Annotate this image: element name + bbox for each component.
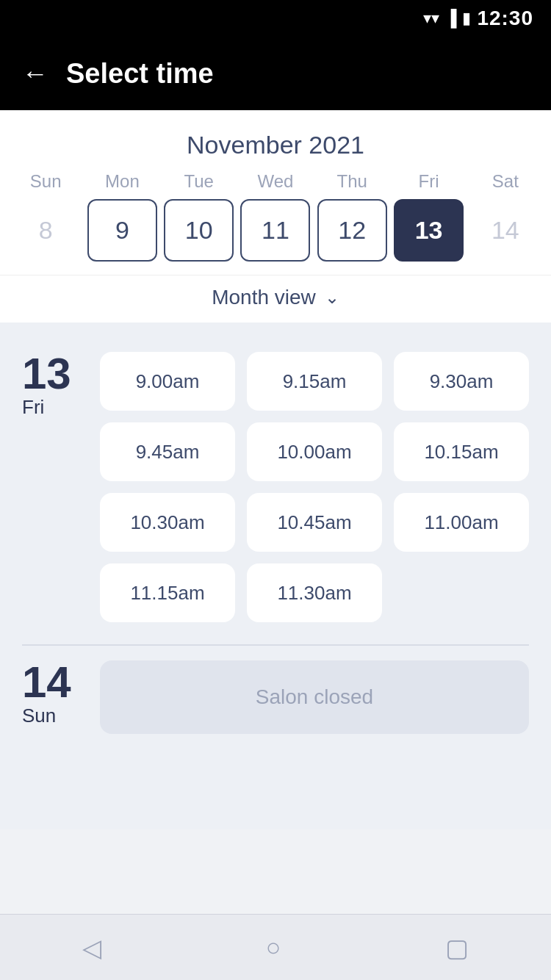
signal-icon: ▐ xyxy=(445,9,457,28)
day-label-14: 14 Sun xyxy=(22,660,88,727)
calendar-section: November 2021 Sun Mon Tue Wed Thu Fri Sa… xyxy=(0,110,551,323)
time-slot-1045[interactable]: 10.45am xyxy=(247,493,382,552)
time-slot-930[interactable]: 9.30am xyxy=(394,352,529,411)
date-cell-9[interactable]: 9 xyxy=(87,199,157,262)
day-content-13: 13 Fri 9.00am 9.15am 9.30am 9.45am 10.00… xyxy=(22,352,529,622)
day-block-14: 14 Sun Salon closed xyxy=(22,646,529,756)
day-number-14: 14 xyxy=(22,660,88,705)
status-time: 12:30 xyxy=(477,7,533,30)
time-slot-900[interactable]: 9.00am xyxy=(100,352,235,411)
time-slot-1100[interactable]: 11.00am xyxy=(394,493,529,552)
header: ← Select time xyxy=(0,37,551,110)
weekday-sat: Sat xyxy=(470,171,540,192)
weekdays-row: Sun Mon Tue Wed Thu Fri Sat xyxy=(0,171,551,199)
time-slot-1130[interactable]: 11.30am xyxy=(247,563,382,622)
weekday-wed: Wed xyxy=(240,171,310,192)
time-slot-1030[interactable]: 10.30am xyxy=(100,493,235,552)
time-slot-1115[interactable]: 11.15am xyxy=(100,563,235,622)
day-block-13: 13 Fri 9.00am 9.15am 9.30am 9.45am 10.00… xyxy=(22,337,529,644)
date-cell-8[interactable]: 8 xyxy=(11,199,81,262)
month-view-row[interactable]: Month view ⌄ xyxy=(0,275,551,323)
weekday-thu: Thu xyxy=(317,171,387,192)
month-title: November 2021 xyxy=(0,110,551,171)
status-bar: ▾▾ ▐ ▮ 12:30 xyxy=(0,0,551,37)
wifi-icon: ▾▾ xyxy=(423,9,439,28)
day-label-13: 13 Fri xyxy=(22,352,88,419)
time-slot-945[interactable]: 9.45am xyxy=(100,422,235,481)
nav-back-icon[interactable]: ◁ xyxy=(82,933,101,962)
time-slot-1000[interactable]: 10.00am xyxy=(247,422,382,481)
weekday-tue: Tue xyxy=(164,171,234,192)
date-cell-11[interactable]: 11 xyxy=(240,199,310,262)
nav-recent-icon[interactable]: ▢ xyxy=(445,933,469,962)
day-name-14: Sun xyxy=(22,705,88,727)
salon-closed-box: Salon closed xyxy=(100,660,529,734)
time-slots-grid-13: 9.00am 9.15am 9.30am 9.45am 10.00am 10.1… xyxy=(100,352,529,622)
weekday-mon: Mon xyxy=(87,171,157,192)
weekday-sun: Sun xyxy=(11,171,81,192)
date-cell-14[interactable]: 14 xyxy=(470,199,540,262)
page-title: Select time xyxy=(66,58,214,90)
date-cell-13[interactable]: 13 xyxy=(394,199,464,262)
day-number-13: 13 xyxy=(22,352,88,396)
dates-row: 8 9 10 11 12 13 14 xyxy=(0,199,551,275)
time-slot-915[interactable]: 9.15am xyxy=(247,352,382,411)
time-slot-1015[interactable]: 10.15am xyxy=(394,422,529,481)
status-icons: ▾▾ ▐ ▮ 12:30 xyxy=(423,7,533,30)
chevron-down-icon: ⌄ xyxy=(325,287,339,308)
bottom-nav: ◁ ○ ▢ xyxy=(0,914,551,980)
date-cell-12[interactable]: 12 xyxy=(317,199,387,262)
date-cell-10[interactable]: 10 xyxy=(164,199,234,262)
time-section: 13 Fri 9.00am 9.15am 9.30am 9.45am 10.00… xyxy=(0,323,551,829)
month-view-label: Month view xyxy=(212,286,316,309)
back-button[interactable]: ← xyxy=(22,58,48,89)
nav-home-icon[interactable]: ○ xyxy=(266,933,281,962)
weekday-fri: Fri xyxy=(394,171,464,192)
day-name-13: Fri xyxy=(22,396,88,419)
battery-icon: ▮ xyxy=(462,9,471,28)
